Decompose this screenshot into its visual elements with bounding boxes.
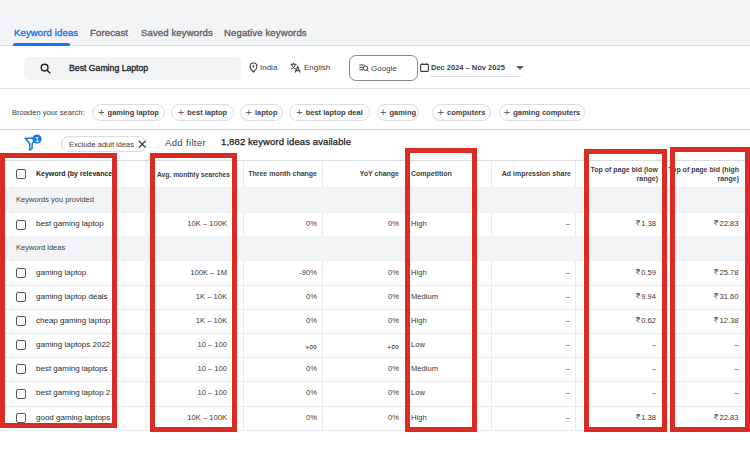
svg-text:1: 1: [35, 135, 39, 144]
